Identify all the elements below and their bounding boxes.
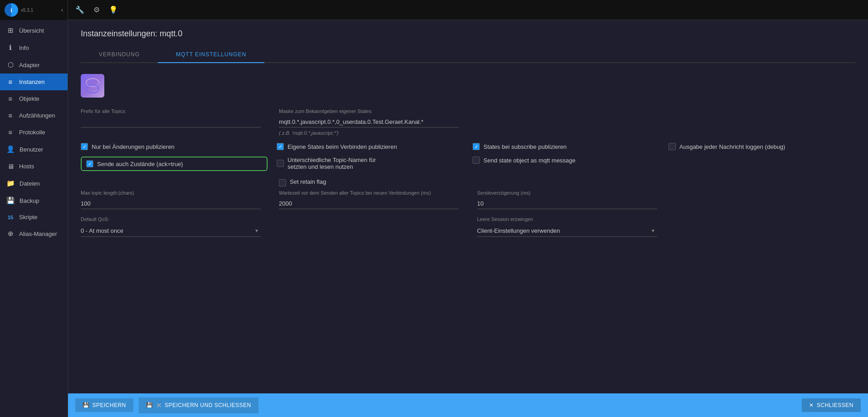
sidebar-item-backup[interactable]: 💾 Backup	[0, 192, 68, 209]
col-wartezeit: Set retain flag Wartezeit vor dem Senden…	[279, 178, 459, 209]
qos-select-wrapper: 0 - At most once 1 - At least once 2 - E…	[81, 225, 261, 237]
mask-input[interactable]	[279, 117, 459, 128]
sidebar-label-aufzahlungen: Aufzählungen	[19, 112, 55, 119]
sidebar-item-objekte[interactable]: ≡ Objekte	[0, 90, 68, 107]
sidebar-item-adapter[interactable]: ⬡ Adapter	[0, 56, 68, 74]
checkbox-ausgabe-loggen[interactable]: Ausgabe jeder Nachricht loggen (debug)	[668, 143, 855, 150]
leere-session-label: Leere Session erzwingen	[477, 216, 657, 222]
close-x-icon: ✕	[809, 402, 814, 408]
sidebar-item-dateien[interactable]: 📁 Dateien	[0, 175, 68, 192]
cb-label-send-state-object: Send state object as mqtt message	[483, 157, 575, 164]
checkbox-unterschiedliche[interactable]: Unterschiedliche Topic-Namen für setzten…	[277, 157, 463, 170]
backup-icon: 💾	[6, 196, 15, 205]
sidebar-header: i v5.3.1 ‹	[0, 0, 68, 20]
set-retain-label: Set retain flag	[290, 178, 326, 185]
col-prefix: Prefix für alle Topics	[81, 108, 261, 128]
tab-bar: VERBINDUNG MQTT EINSTELLUNGEN	[81, 47, 855, 63]
col-checks-2: ✓ Eigene States beim Verbinden publizier…	[277, 143, 463, 171]
topbar: 🔧 ⚙ 💡	[68, 0, 868, 20]
qos-select[interactable]: 0 - At most once 1 - At least once 2 - E…	[81, 227, 261, 234]
col-sendeVer: Sendeverzögerung (ms)	[477, 190, 657, 209]
prefix-input[interactable]	[81, 117, 261, 128]
sidebar-item-benutzer[interactable]: 👤 Benutzer	[0, 141, 68, 158]
max-topic-label: Max topic length:(chars)	[81, 190, 261, 196]
sidebar-item-ubersicht[interactable]: ⊞ Übersicht	[0, 22, 68, 39]
mask-label: Maske zum Bekanntgeben eigener States	[279, 108, 459, 114]
aufzahlungen-icon: ≡	[6, 112, 15, 119]
cb-nur-aenderungen[interactable]: ✓	[81, 143, 88, 150]
prefix-label: Prefix für alle Topics	[81, 108, 261, 114]
instanzen-icon: ≡	[6, 78, 15, 86]
sendever-input[interactable]	[477, 198, 657, 209]
col-mask: Maske zum Bekanntgeben eigener States ( …	[279, 108, 459, 136]
col-checks-3: ✓ States bei subscribe publizieren Send …	[473, 143, 659, 171]
sidebar-label-benutzer: Benutzer	[20, 146, 43, 153]
checkbox-states-subscribe[interactable]: ✓ States bei subscribe publizieren	[473, 143, 659, 150]
mask-hint: ( z.B. 'mqtt.0.*,javascript.*')	[279, 130, 459, 136]
cb-states-subscribe[interactable]: ✓	[473, 143, 480, 150]
sidebar-item-instanzen[interactable]: ≡ Instanzen	[0, 74, 68, 90]
save-close-save-icon: 💾	[146, 402, 153, 408]
checkbox-sende-zustaende[interactable]: ✓ Sende auch Zustände (ack=true)	[81, 157, 268, 171]
main-content: 🔧 ⚙ 💡 Instanzeinstellungen: mqtt.0 VERBI…	[68, 0, 868, 417]
sidebar-label-skripte: Skripte	[19, 214, 37, 221]
cb-label-sende-zustaende: Sende auch Zustände (ack=true)	[97, 161, 183, 167]
sidebar-label-hosts: Hosts	[19, 163, 34, 170]
save-button[interactable]: 💾 SPEICHERN	[75, 398, 133, 412]
gear-icon[interactable]: ⚙	[93, 5, 100, 14]
cb-label-states-subscribe: States bei subscribe publizieren	[483, 143, 567, 150]
max-topic-input[interactable]	[81, 198, 261, 209]
col-leere-session: Leere Session erzwingen Client-Einstellu…	[477, 216, 657, 237]
close-label: SCHLIESSEN	[817, 402, 853, 408]
sidebar-label-instanzen: Instanzen	[19, 78, 44, 85]
sidebar-nav: ⊞ Übersicht ℹ Info ⬡ Adapter ≡ Instanzen…	[0, 20, 68, 417]
bulb-icon[interactable]: 💡	[109, 5, 118, 14]
checkbox-nur-aenderungen[interactable]: ✓ Nur bei Änderungen publizieren	[81, 143, 268, 150]
hosts-icon: 🖥	[6, 162, 15, 170]
save-close-label: SPEICHERN UND SCHLIESSEN	[165, 402, 251, 408]
logo: i	[5, 3, 18, 17]
sidebar-label-objekte: Objekte	[19, 95, 39, 102]
cb-unterschiedliche[interactable]	[277, 160, 284, 167]
sidebar-item-skripte[interactable]: 15 Skripte	[0, 209, 68, 225]
sidebar-label-dateien: Dateien	[20, 180, 40, 187]
sidebar-item-protokolle[interactable]: ≡ Protokolle	[0, 124, 68, 141]
col-checks-4: Ausgabe jeder Nachricht loggen (debug)	[668, 143, 855, 171]
cb-set-retain[interactable]	[279, 179, 286, 186]
checkbox-send-state-object[interactable]: Send state object as mqtt message	[473, 157, 659, 164]
wartezeit-input[interactable]	[279, 198, 459, 209]
version-label: v5.3.1	[21, 8, 33, 13]
wartezeit-label: Wartezeit vor dem Senden aller Topics be…	[279, 190, 459, 196]
sidebar-item-hosts[interactable]: 🖥 Hosts	[0, 158, 68, 175]
row-prefix-mask: Prefix für alle Topics Maske zum Bekannt…	[81, 108, 855, 136]
sidebar-item-aufzahlungen[interactable]: ≡ Aufzählungen	[0, 107, 68, 124]
page-title: Instanzeinstellungen: mqtt.0	[81, 29, 855, 39]
close-button[interactable]: ✕ SCHLIESSEN	[802, 398, 861, 412]
row-numeric: Max topic length:(chars) Set retain flag…	[81, 178, 855, 209]
save-close-button[interactable]: 💾 ✕ SPEICHERN UND SCHLIESSEN	[139, 397, 258, 413]
cb-sende-zustaende[interactable]: ✓	[86, 160, 93, 167]
col-max-topic: Max topic length:(chars)	[81, 190, 261, 209]
save-label: SPEICHERN	[93, 402, 127, 408]
collapse-button[interactable]: ‹	[61, 7, 63, 13]
cb-label-ausgabe-loggen: Ausgabe jeder Nachricht loggen (debug)	[679, 143, 785, 150]
sidebar-item-info[interactable]: ℹ Info	[0, 39, 68, 56]
sidebar-label-adapter: Adapter	[19, 62, 40, 69]
cb-ausgabe-loggen[interactable]	[668, 143, 676, 150]
tab-verbindung[interactable]: VERBINDUNG	[81, 47, 158, 63]
cb-send-state-object[interactable]	[473, 157, 480, 164]
skripte-icon: 15	[6, 215, 15, 220]
session-select[interactable]: Client-Einstellungen verwenden Ja Nein	[477, 227, 657, 234]
col-checks-1: ✓ Nur bei Änderungen publizieren ✓ Sende…	[81, 143, 268, 171]
save-icon: 💾	[83, 402, 90, 408]
sidebar-item-alias-manager[interactable]: ⊕ Alias-Manager	[0, 225, 68, 242]
content-area: Instanzeinstellungen: mqtt.0 VERBINDUNG …	[68, 20, 868, 393]
cb-eigene-states[interactable]: ✓	[277, 143, 284, 150]
cb-label-eigene-states: Eigene States beim Verbinden publizieren	[288, 143, 397, 150]
wrench-icon[interactable]: 🔧	[75, 5, 84, 14]
checkbox-eigene-states[interactable]: ✓ Eigene States beim Verbinden publizier…	[277, 143, 463, 150]
sidebar-label-alias: Alias-Manager	[19, 231, 57, 237]
tab-mqtt-einstellungen[interactable]: MQTT EINSTELLUNGEN	[158, 47, 264, 63]
ubersicht-icon: ⊞	[6, 26, 15, 34]
sendever-label: Sendeverzögerung (ms)	[477, 190, 657, 196]
